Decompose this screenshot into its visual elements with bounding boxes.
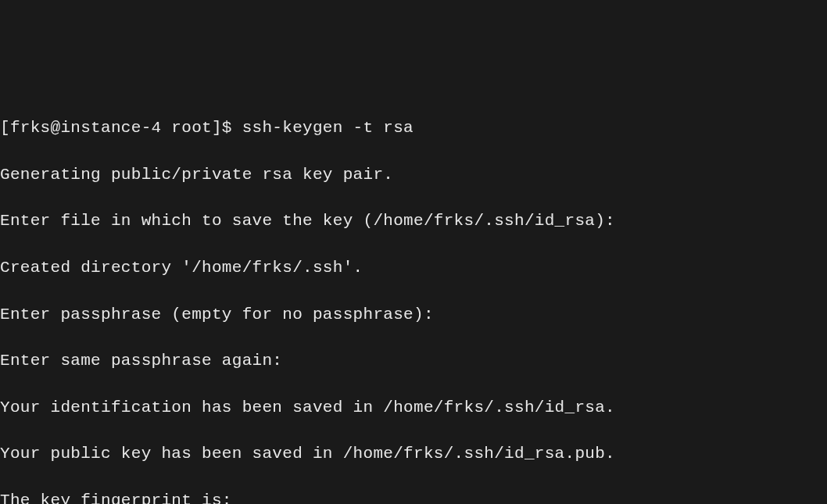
- terminal-line: Your identification has been saved in /h…: [0, 396, 827, 420]
- terminal-output[interactable]: [frks@instance-4 root]$ ssh-keygen -t rs…: [0, 93, 827, 504]
- terminal-line: Generating public/private rsa key pair.: [0, 163, 827, 187]
- terminal-line: [frks@instance-4 root]$ ssh-keygen -t rs…: [0, 116, 827, 140]
- terminal-line: The key fingerprint is:: [0, 489, 827, 504]
- terminal-line: Enter passphrase (empty for no passphras…: [0, 303, 827, 327]
- terminal-line: Enter file in which to save the key (/ho…: [0, 209, 827, 233]
- terminal-line: Enter same passphrase again:: [0, 349, 827, 373]
- terminal-line: Created directory '/home/frks/.ssh'.: [0, 256, 827, 280]
- terminal-line: Your public key has been saved in /home/…: [0, 442, 827, 466]
